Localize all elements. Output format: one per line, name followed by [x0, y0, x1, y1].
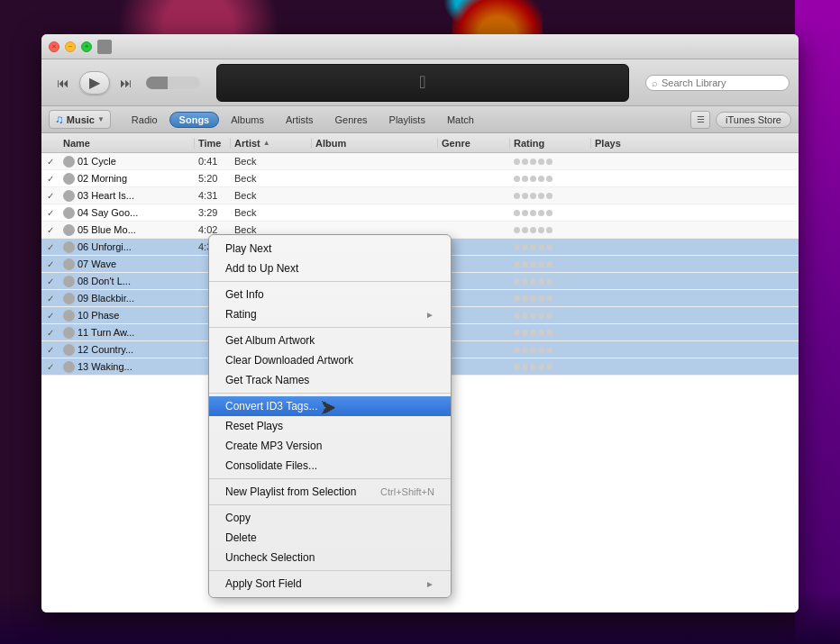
- col-name-header[interactable]: Name: [59, 138, 195, 149]
- context-menu-item[interactable]: Uncheck Selection: [209, 548, 451, 567]
- music-label: Music: [67, 114, 95, 125]
- menu-separator: [209, 570, 451, 571]
- table-row[interactable]: ✓ 02 Morning 5:20 Beck: [41, 170, 799, 187]
- col-artist-header[interactable]: Artist ▲: [231, 138, 312, 149]
- context-menu-item[interactable]: Rating►: [209, 304, 451, 324]
- music-selector[interactable]: ♫ Music ▼: [49, 110, 111, 129]
- track-artist: Beck: [231, 173, 312, 184]
- rating-dot: [546, 278, 552, 285]
- rating-dots: [514, 295, 588, 302]
- context-menu-item[interactable]: Copy: [209, 508, 451, 528]
- menu-item-label: New Playlist from Selection: [225, 485, 356, 498]
- track-badge: [63, 156, 75, 168]
- context-menu-item[interactable]: New Playlist from SelectionCtrl+Shift+N: [209, 482, 451, 502]
- track-badge: [63, 344, 75, 356]
- genres-tab[interactable]: Genres: [324, 112, 377, 128]
- artists-tab[interactable]: Artists: [276, 112, 324, 128]
- nav-bar: ♫ Music ▼ Radio Songs Albums Artists Gen…: [41, 106, 799, 133]
- rating-dot: [538, 261, 544, 268]
- context-menu-item[interactable]: Consolidate Files...: [209, 456, 451, 476]
- close-button[interactable]: ×: [49, 41, 59, 52]
- rating-dot: [538, 313, 544, 319]
- rating-dot: [522, 244, 528, 250]
- rating-dot: [538, 364, 544, 370]
- window-buttons: × − +: [49, 41, 92, 52]
- songs-tab[interactable]: Songs: [169, 112, 220, 128]
- rating-dot: [530, 159, 536, 165]
- table-row[interactable]: ✓ 04 Say Goo... 3:29 Beck: [41, 204, 799, 222]
- play-icon: ▶: [89, 74, 100, 91]
- itunes-store-button[interactable]: iTunes Store: [716, 112, 791, 128]
- context-menu-item[interactable]: Play Next: [209, 239, 451, 259]
- col-album-header[interactable]: Album: [312, 138, 438, 149]
- context-menu-item[interactable]: Convert ID3 Tags...: [209, 396, 451, 416]
- track-check: ✓: [41, 311, 59, 321]
- rating-dot: [522, 159, 528, 165]
- context-menu-item[interactable]: Apply Sort Field►: [209, 574, 451, 594]
- volume-slider[interactable]: [146, 77, 200, 89]
- context-menu-item[interactable]: Add to Up Next: [209, 259, 451, 278]
- minimize-icon: −: [68, 42, 73, 50]
- rating-dot: [514, 261, 520, 268]
- context-menu-item[interactable]: Reset Plays: [209, 416, 451, 436]
- table-row[interactable]: ✓ 01 Cycle 0:41 Beck: [41, 153, 799, 170]
- table-header: Name Time Artist ▲ Album Genre Rating Pl…: [41, 133, 799, 153]
- play-button[interactable]: ▶: [79, 71, 110, 95]
- rating-dots: [514, 159, 588, 165]
- prev-button[interactable]: ⏮: [50, 74, 76, 92]
- search-box: ⌕: [645, 75, 790, 91]
- prev-icon: ⏮: [57, 76, 69, 90]
- radio-tab[interactable]: Radio: [122, 112, 168, 128]
- table-row[interactable]: ✓ 03 Heart Is... 4:31 Beck: [41, 187, 799, 204]
- menu-item-label: Get Info: [225, 288, 264, 301]
- submenu-arrow-icon: ►: [425, 579, 434, 589]
- track-rating: [510, 244, 591, 250]
- menu-item-label: Play Next: [225, 242, 271, 255]
- nav-menu-button[interactable]: ☰: [690, 111, 710, 129]
- rating-dot: [546, 176, 552, 182]
- rating-dot: [538, 295, 544, 302]
- menu-item-label: Add to Up Next: [225, 262, 298, 275]
- track-name: 01 Cycle: [59, 156, 195, 168]
- track-rating: [510, 313, 591, 319]
- title-bar: × − +: [41, 34, 799, 59]
- rating-dot: [522, 347, 528, 353]
- rating-dot: [538, 330, 544, 336]
- track-time: 3:29: [195, 207, 231, 218]
- menu-separator: [209, 393, 451, 394]
- col-rating-header[interactable]: Rating: [510, 138, 591, 149]
- rating-dot: [546, 364, 552, 370]
- col-plays-header[interactable]: Plays: [591, 138, 636, 149]
- next-icon: ⏭: [120, 76, 132, 90]
- minimize-button[interactable]: −: [65, 41, 76, 52]
- rating-dot: [546, 347, 552, 353]
- context-menu-item[interactable]: Get Info: [209, 285, 451, 304]
- playlists-tab[interactable]: Playlists: [379, 112, 435, 128]
- albums-tab[interactable]: Albums: [221, 112, 274, 128]
- next-button[interactable]: ⏭: [114, 74, 139, 92]
- context-menu-item[interactable]: Clear Downloaded Artwork: [209, 350, 451, 370]
- rating-dots: [514, 176, 588, 182]
- menu-separator: [209, 478, 451, 479]
- track-rating: [510, 210, 591, 216]
- rating-dots: [514, 227, 588, 233]
- rating-dot: [538, 278, 544, 285]
- rating-dot: [514, 330, 520, 336]
- track-artist: Beck: [231, 156, 312, 167]
- context-menu-item[interactable]: Get Album Artwork: [209, 331, 451, 350]
- match-tab[interactable]: Match: [437, 112, 484, 128]
- context-menu-item[interactable]: Create MP3 Version: [209, 436, 451, 456]
- track-name: 05 Blue Mo...: [59, 224, 195, 236]
- rating-dots: [514, 330, 588, 336]
- content-area: ✓ 01 Cycle 0:41 Beck ✓ 02 Morning 5:20 B…: [41, 153, 799, 612]
- track-badge: [63, 293, 75, 304]
- col-time-header[interactable]: Time: [195, 138, 231, 149]
- transport-bar: ⏮ ▶ ⏭  ⌕: [41, 59, 799, 106]
- col-genre-header[interactable]: Genre: [438, 138, 510, 149]
- maximize-button[interactable]: +: [81, 41, 92, 52]
- rating-dot: [514, 278, 520, 285]
- context-menu-item[interactable]: Get Track Names: [209, 370, 451, 390]
- search-input[interactable]: [662, 77, 779, 88]
- context-menu-item[interactable]: Delete: [209, 528, 451, 548]
- rating-dots: [514, 261, 588, 268]
